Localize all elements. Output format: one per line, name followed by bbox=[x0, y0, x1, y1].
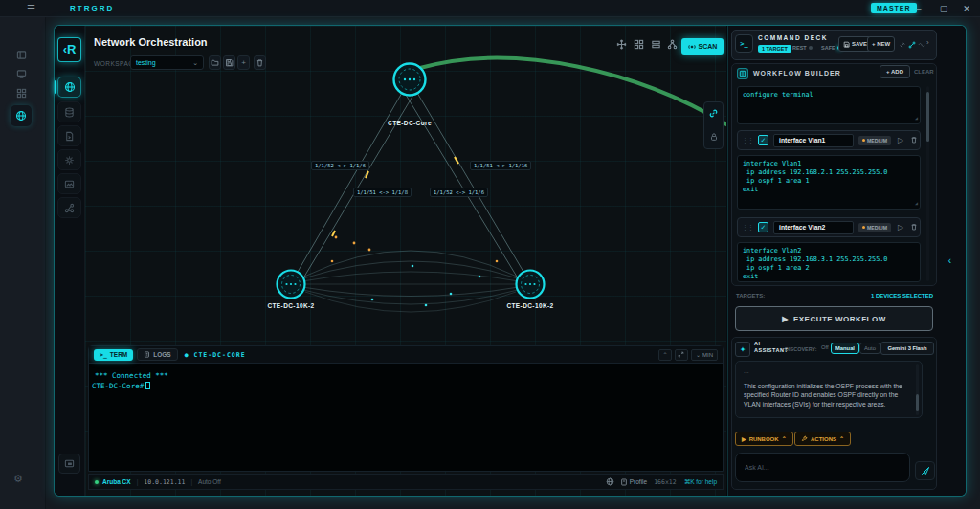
panel-collapse-handle[interactable]: ‹ bbox=[944, 250, 956, 271]
tab-logs[interactable]: LOGS bbox=[137, 348, 177, 361]
router-icon bbox=[285, 283, 296, 285]
model-select[interactable]: Gemini 3 Flash bbox=[880, 342, 934, 355]
sidebar-item-settings[interactable] bbox=[57, 149, 81, 170]
workflow-step-1: ⋮⋮ ✓ interface Vlan1 MEDIUM ▷ bbox=[737, 130, 921, 150]
tab-term[interactable]: >_ TERM bbox=[94, 349, 133, 361]
help-hint: ⌘K for help bbox=[684, 478, 717, 486]
lock-icon[interactable] bbox=[709, 128, 719, 145]
terminal-tabbar: >_ TERM LOGS ● CTE-DC-CORE ⌃ ⌄ bbox=[89, 346, 723, 364]
topology-canvas[interactable]: Network Orchestration WORKSPACE : testin… bbox=[85, 26, 726, 496]
chevron-down-icon: ⌄ bbox=[696, 351, 701, 358]
runbook-button[interactable]: ▶ RUNBOOK ⌃ bbox=[735, 432, 793, 446]
bullet-icon: ● bbox=[185, 351, 189, 359]
sidebar-item-scripts[interactable] bbox=[57, 125, 81, 146]
status-auto-mode[interactable]: Auto Off bbox=[198, 478, 221, 485]
console-icon bbox=[64, 458, 75, 469]
topology-graph[interactable]: CTE-DC-Core CTE-DC-10K-2 CTE-DC-10K-2 bbox=[85, 26, 726, 342]
run-step-button[interactable]: ▷ bbox=[898, 136, 903, 144]
menu-icon[interactable]: ☰ bbox=[27, 3, 35, 13]
globe-icon[interactable] bbox=[606, 477, 614, 487]
execute-workflow-button[interactable]: ▶ EXECUTE WORKFLOW bbox=[735, 306, 933, 331]
init-code-block[interactable]: configure terminal◢ bbox=[737, 86, 921, 124]
router-icon bbox=[404, 78, 415, 80]
delete-step-button[interactable] bbox=[910, 223, 918, 232]
priority-badge: MEDIUM bbox=[858, 136, 891, 145]
terminal-min-button[interactable]: ⌄ MIN bbox=[691, 349, 718, 361]
clear-steps-button[interactable]: CLEAR bbox=[914, 69, 934, 75]
link-tool-icon[interactable] bbox=[898, 40, 906, 49]
profile-icon bbox=[620, 478, 628, 486]
workflow-scrollbar-thumb[interactable] bbox=[926, 92, 929, 142]
minimize-button[interactable]: – bbox=[911, 2, 926, 15]
expand-icon bbox=[678, 351, 684, 358]
play-icon: ▶ bbox=[742, 435, 746, 442]
prompt-icon: >_ bbox=[100, 351, 107, 359]
send-plane-icon bbox=[921, 466, 930, 476]
step-name-input[interactable]: interface Vlan2 bbox=[773, 221, 854, 234]
message-scrollbar-thumb[interactable] bbox=[916, 394, 919, 411]
deck-expand-chevron[interactable]: › bbox=[926, 38, 929, 47]
resize-handle[interactable]: ◢ bbox=[915, 199, 918, 208]
targets-row: TARGETS: 1 DEVICES SELECTED bbox=[731, 288, 937, 302]
profile-button[interactable]: Profile bbox=[620, 478, 647, 486]
resize-handle[interactable]: ◢ bbox=[915, 114, 918, 122]
step-1-code-block[interactable]: interface Vlan1 ip address 192.168.2.1 2… bbox=[737, 155, 921, 210]
connect-link-icon[interactable] bbox=[708, 105, 719, 122]
discovery-auto-option[interactable]: Auto bbox=[859, 343, 880, 354]
apps-grid-icon[interactable] bbox=[11, 84, 32, 101]
step-2-code-block[interactable]: interface Vlan2 ip address 192.168.3.1 2… bbox=[737, 242, 921, 282]
ask-ai-input[interactable] bbox=[735, 453, 910, 482]
step-name-input[interactable]: interface Vlan1 bbox=[773, 134, 854, 147]
close-button[interactable]: ✕ bbox=[959, 2, 974, 15]
delete-step-button[interactable] bbox=[910, 136, 918, 145]
node-left[interactable]: CTE-DC-10K-2 bbox=[267, 271, 314, 310]
card-icon[interactable] bbox=[11, 46, 32, 63]
add-step-button[interactable]: + ADD bbox=[880, 65, 910, 78]
node-core[interactable]: CTE-DC-Core bbox=[388, 64, 432, 127]
maximize-button[interactable]: ▢ bbox=[936, 2, 951, 15]
monitor-icon[interactable] bbox=[11, 65, 32, 82]
targets-value: 1 DEVICES SELECTED bbox=[871, 293, 933, 299]
discovery-manual-option[interactable]: Manual bbox=[831, 343, 859, 354]
priority-badge: MEDIUM bbox=[858, 223, 891, 232]
edge-label-4: 1/1/52 <-> 1/1/6 bbox=[430, 188, 488, 197]
node-left-label: CTE-DC-10K-2 bbox=[267, 302, 314, 309]
drag-handle[interactable]: ⋮⋮ bbox=[742, 224, 753, 232]
terminal-size: 166x12 bbox=[654, 478, 676, 486]
step-checkbox[interactable]: ✓ bbox=[758, 135, 768, 145]
targets-label: TARGETS: bbox=[736, 293, 765, 299]
wave-tool-icon[interactable] bbox=[917, 40, 925, 49]
separator: | bbox=[137, 478, 139, 485]
run-step-button[interactable]: ▷ bbox=[898, 223, 903, 232]
sidebar-item-topology[interactable] bbox=[57, 77, 81, 98]
workflow-step-2: ⋮⋮ ✓ interface Vlan2 MEDIUM ▷ bbox=[737, 217, 921, 237]
rest-toggle[interactable]: REST bbox=[792, 45, 813, 51]
terminal-expand-button[interactable] bbox=[675, 349, 688, 361]
send-button[interactable] bbox=[915, 461, 935, 480]
settings-gear-icon[interactable]: ⚙ bbox=[13, 473, 23, 485]
discovery-label: DISCOVERY: bbox=[785, 346, 817, 352]
nodes-tool-icon[interactable] bbox=[907, 40, 916, 49]
terminal-prompt-line[interactable]: CTE-DC-Core# bbox=[92, 382, 150, 390]
terminal-device-name: ● CTE-DC-CORE bbox=[185, 351, 246, 359]
node-right[interactable]: CTE-DC-10K-2 bbox=[506, 271, 553, 310]
sidebar-item-snapshots[interactable] bbox=[57, 173, 81, 194]
terminal-collapse-button[interactable]: ⌃ bbox=[658, 349, 672, 361]
tab-term-label: TERM bbox=[110, 351, 127, 358]
status-device: Aruba CX bbox=[102, 478, 131, 485]
target-count-badge: 1 TARGET bbox=[758, 45, 791, 53]
drag-handle[interactable]: ⋮⋮ bbox=[742, 137, 753, 144]
network-globe-icon[interactable] bbox=[11, 105, 32, 126]
globe-icon bbox=[64, 81, 76, 93]
step-checkbox[interactable]: ✓ bbox=[758, 222, 768, 232]
actions-button[interactable]: ACTIONS ⌃ bbox=[794, 432, 851, 446]
status-bar: Aruba CX | 10.0.121.11 | Auto Off Profil… bbox=[88, 474, 724, 490]
new-deck-button[interactable]: + NEW bbox=[867, 36, 895, 52]
app-logo: ‹R bbox=[57, 37, 81, 62]
sidebar-item-flows[interactable] bbox=[57, 197, 81, 218]
terminal-output-line: *** Connected *** bbox=[95, 371, 168, 380]
sidebar-item-database[interactable] bbox=[57, 101, 81, 122]
wrench-icon bbox=[801, 435, 808, 442]
min-label: MIN bbox=[702, 352, 713, 358]
console-toggle-button[interactable] bbox=[58, 454, 80, 474]
